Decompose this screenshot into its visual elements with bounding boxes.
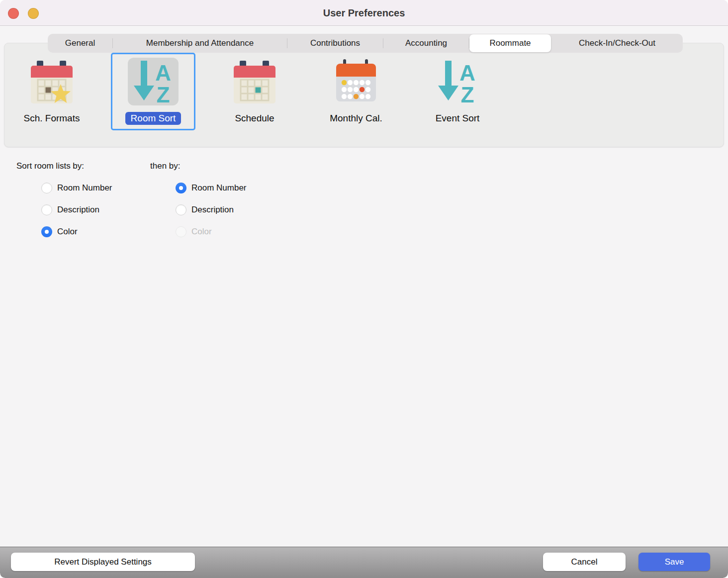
toolbar-item-schedule[interactable]: Schedule: [212, 53, 297, 130]
then-by-radio-group: Room Number Description Color: [176, 183, 247, 237]
save-button[interactable]: Save: [638, 553, 710, 571]
radio-label: Description: [57, 205, 99, 215]
tab-contributions[interactable]: Contributions: [287, 34, 383, 53]
radio-sort-room-number[interactable]: Room Number: [41, 183, 112, 193]
sort-by-radio-group: Room Number Description Color: [41, 183, 112, 237]
toolbar-item-label: Monthly Cal.: [324, 112, 388, 125]
revert-displayed-settings-button[interactable]: Revert Displayed Settings: [11, 553, 195, 571]
radio-then-color: Color: [176, 226, 247, 237]
svg-text:A: A: [155, 61, 171, 85]
toolbar: Sch. Formats A Z Room Sort: [9, 53, 500, 130]
calendar-star-icon: [26, 58, 77, 105]
toolbar-item-event-sort[interactable]: A Z Event Sort: [415, 53, 500, 130]
radio-label: Room Number: [191, 183, 247, 193]
window-title: User Preferences: [0, 0, 728, 26]
tab-bar: General Membership and Attendance Contri…: [48, 34, 683, 53]
radio-label: Description: [191, 205, 234, 215]
toolbar-item-label: Room Sort: [125, 112, 182, 125]
radio-button: [176, 226, 186, 237]
radio-button[interactable]: [176, 183, 186, 193]
radio-button[interactable]: [41, 226, 52, 237]
user-preferences-window: User Preferences General Membership and …: [0, 0, 728, 578]
toolbar-item-label: Event Sort: [430, 112, 485, 125]
cancel-button[interactable]: Cancel: [543, 553, 626, 571]
radio-button[interactable]: [41, 183, 52, 193]
calendar-icon: [229, 58, 280, 105]
toolbar-item-monthly-cal[interactable]: Monthly Cal.: [314, 53, 398, 130]
tab-general[interactable]: General: [48, 34, 112, 53]
toolbar-item-label: Sch. Formats: [18, 112, 86, 125]
radio-button[interactable]: [176, 204, 186, 215]
toolbar-item-sch-formats[interactable]: Sch. Formats: [9, 53, 94, 130]
tab-check-in-check-out[interactable]: Check-In/Check-Out: [551, 34, 683, 53]
radio-label: Color: [191, 227, 212, 237]
svg-text:Z: Z: [461, 83, 474, 105]
radio-label: Color: [57, 227, 78, 237]
toolbar-item-label: Schedule: [229, 112, 279, 125]
tab-roommate[interactable]: Roommate: [469, 34, 551, 52]
svg-text:A: A: [459, 61, 475, 85]
radio-then-room-number[interactable]: Room Number: [176, 183, 247, 193]
footer-bar: Revert Displayed Settings Cancel Save: [0, 547, 728, 578]
svg-text:Z: Z: [157, 83, 170, 105]
sort-az-icon: A Z: [128, 58, 179, 105]
radio-then-description[interactable]: Description: [176, 204, 247, 215]
toolbar-item-room-sort[interactable]: A Z Room Sort: [111, 53, 195, 130]
tab-membership-and-attendance[interactable]: Membership and Attendance: [113, 34, 287, 53]
radio-sort-color[interactable]: Color: [41, 226, 112, 237]
sort-by-label: Sort room lists by:: [16, 161, 84, 171]
radio-sort-description[interactable]: Description: [41, 204, 112, 215]
monthly-calendar-icon: [331, 58, 381, 105]
then-by-label: then by:: [150, 161, 181, 171]
radio-button[interactable]: [41, 204, 52, 215]
sort-az-icon: A Z: [432, 58, 483, 105]
tab-accounting[interactable]: Accounting: [383, 34, 469, 53]
titlebar: User Preferences: [0, 0, 728, 26]
radio-label: Room Number: [57, 183, 112, 193]
